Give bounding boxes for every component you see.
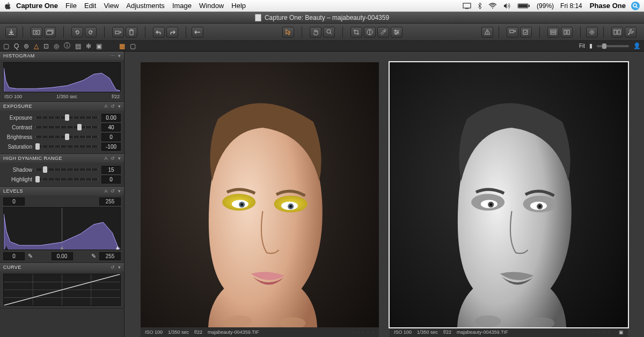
slider-value[interactable]: 0.00 bbox=[101, 114, 121, 122]
hand-tool[interactable] bbox=[310, 27, 321, 38]
slider-thumb[interactable] bbox=[65, 134, 69, 140]
capture-queue-button[interactable] bbox=[44, 27, 56, 38]
apply-adjustments-button[interactable] bbox=[520, 27, 532, 38]
single-view-button[interactable]: ▢ bbox=[130, 42, 136, 50]
tab-details[interactable]: ⓘ bbox=[64, 41, 70, 50]
auto-icon[interactable]: A bbox=[104, 104, 108, 109]
slider-value[interactable]: -100 bbox=[101, 143, 121, 151]
panel-menu-icon[interactable]: ⋯ bbox=[110, 53, 115, 58]
undo-button[interactable] bbox=[153, 27, 165, 38]
slider-track[interactable] bbox=[35, 126, 98, 128]
capture-button[interactable] bbox=[31, 27, 42, 38]
app-name[interactable]: Capture One bbox=[16, 2, 58, 10]
menu-file[interactable]: File bbox=[65, 2, 77, 10]
slider-value[interactable]: 0 bbox=[101, 175, 121, 184]
tab-output[interactable]: ▣ bbox=[96, 42, 102, 50]
slider-thumb[interactable] bbox=[65, 114, 69, 121]
panel-collapse-icon[interactable]: ▾ bbox=[118, 104, 121, 109]
variant-icon[interactable]: ▣ bbox=[619, 329, 624, 335]
bluetooth-icon[interactable] bbox=[478, 2, 482, 10]
tab-color[interactable]: ⊚ bbox=[24, 42, 29, 50]
levels-graph[interactable] bbox=[3, 207, 121, 250]
rating-stars[interactable]: · · · · · bbox=[588, 329, 610, 335]
slider-value[interactable]: 0 bbox=[101, 133, 121, 141]
reset-icon[interactable]: ↺ bbox=[111, 188, 115, 194]
slider-track[interactable] bbox=[35, 136, 98, 138]
slider-thumb[interactable] bbox=[43, 166, 47, 173]
auto-icon[interactable]: A bbox=[104, 188, 108, 194]
panel-collapse-icon[interactable]: ▾ bbox=[118, 265, 121, 270]
eyedropper-black-icon[interactable]: ✎ bbox=[28, 253, 33, 260]
preferences-button[interactable] bbox=[586, 27, 598, 38]
slider-thumb[interactable] bbox=[77, 124, 82, 130]
panel-collapse-icon[interactable]: ▾ bbox=[118, 53, 121, 58]
slider-value[interactable]: 15 bbox=[101, 166, 121, 174]
volume-icon[interactable] bbox=[503, 3, 511, 9]
spot-tool[interactable] bbox=[377, 27, 389, 38]
copy-adjustments-button[interactable] bbox=[507, 27, 518, 38]
panel-collapse-icon[interactable]: ▾ bbox=[118, 188, 121, 194]
eyedropper-white-icon[interactable]: ✎ bbox=[91, 253, 96, 260]
adjustments-tool[interactable] bbox=[391, 27, 402, 38]
fit-label[interactable]: Fit bbox=[579, 43, 585, 49]
levels-in-low[interactable]: 0 bbox=[3, 197, 25, 206]
rating-stars[interactable]: · · · · · bbox=[353, 329, 375, 335]
redo-button[interactable] bbox=[166, 27, 178, 38]
slider-track[interactable] bbox=[35, 178, 98, 180]
spotlight-icon[interactable] bbox=[631, 2, 640, 10]
curve-graph[interactable] bbox=[3, 274, 121, 306]
tab-metadata[interactable]: ✻ bbox=[86, 42, 91, 50]
tools-button[interactable] bbox=[625, 27, 636, 38]
rotate-ccw-button[interactable] bbox=[71, 27, 83, 38]
tab-capture[interactable]: Q bbox=[14, 42, 19, 50]
reset-button[interactable] bbox=[192, 27, 203, 38]
panel-collapse-icon[interactable]: ▾ bbox=[118, 156, 121, 161]
reset-icon[interactable]: ↺ bbox=[111, 156, 115, 161]
menu-window[interactable]: Window bbox=[199, 2, 224, 10]
tab-crop[interactable]: ◎ bbox=[54, 42, 59, 50]
styles-button[interactable] bbox=[547, 27, 559, 38]
reset-icon[interactable]: ↺ bbox=[111, 104, 115, 109]
tab-exposure[interactable]: △ bbox=[34, 42, 39, 50]
levels-out-high[interactable]: 255 bbox=[99, 252, 121, 260]
zoom-slider[interactable] bbox=[597, 45, 629, 47]
menu-help[interactable]: Help bbox=[231, 2, 246, 10]
display-icon[interactable] bbox=[463, 3, 471, 9]
rotate-cw-button[interactable] bbox=[85, 27, 97, 38]
levels-out-low[interactable]: 0 bbox=[3, 252, 25, 260]
trash-button[interactable] bbox=[126, 27, 137, 38]
tab-adjustments[interactable]: ▤ bbox=[75, 42, 81, 50]
menu-edit[interactable]: Edit bbox=[84, 2, 96, 10]
image-panel-right[interactable]: ISO 100 1/350 sec f/22 majabeauty-004359… bbox=[390, 62, 628, 337]
grid-view-button[interactable]: ▦ bbox=[119, 42, 125, 50]
view-mode-button[interactable] bbox=[611, 27, 623, 38]
straighten-tool[interactable] bbox=[364, 27, 376, 38]
image-panel-left[interactable]: ISO 100 1/350 sec f/22 majabeauty-004359… bbox=[141, 62, 379, 337]
levels-out-mid[interactable]: 0.00 bbox=[52, 252, 73, 260]
battery-icon[interactable] bbox=[517, 3, 530, 9]
reset-icon[interactable]: ↺ bbox=[111, 265, 115, 270]
menu-adjustments[interactable]: Adjustments bbox=[126, 2, 165, 10]
menu-view[interactable]: View bbox=[104, 2, 119, 10]
slider-track[interactable] bbox=[35, 169, 98, 171]
levels-in-high[interactable]: 255 bbox=[99, 197, 121, 206]
presets-button[interactable] bbox=[561, 27, 573, 38]
slider-thumb[interactable] bbox=[35, 143, 40, 150]
user-icon[interactable]: 👤 bbox=[633, 42, 641, 49]
slider-value[interactable]: 40 bbox=[101, 123, 121, 131]
warning-button[interactable] bbox=[481, 27, 493, 38]
crop-tool[interactable] bbox=[350, 27, 362, 38]
slider-track[interactable] bbox=[35, 145, 98, 148]
cursor-tool[interactable] bbox=[282, 27, 294, 38]
slider-track[interactable] bbox=[35, 116, 98, 119]
tab-library[interactable]: ▢ bbox=[3, 42, 9, 50]
tab-lens[interactable]: ⊡ bbox=[43, 42, 49, 50]
process-button[interactable] bbox=[112, 27, 124, 38]
zoom-tool[interactable] bbox=[323, 27, 335, 38]
clock[interactable]: Fri 8:14 bbox=[560, 2, 582, 10]
wifi-icon[interactable] bbox=[488, 3, 497, 9]
import-button[interactable] bbox=[5, 27, 17, 38]
menu-image[interactable]: Image bbox=[172, 2, 192, 10]
auto-icon[interactable]: A bbox=[104, 156, 108, 161]
slider-thumb[interactable] bbox=[35, 176, 40, 182]
